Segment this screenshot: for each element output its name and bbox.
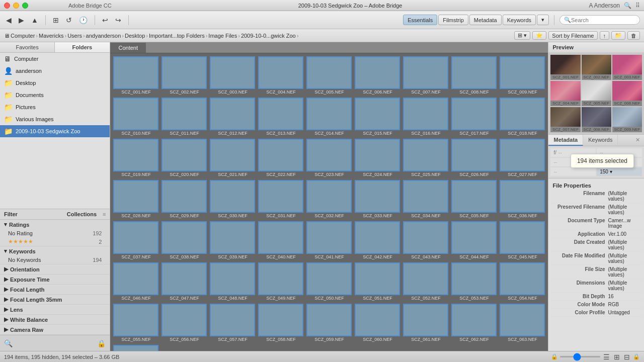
thumbnail-item[interactable]: SCZ_001.NEF (112, 55, 159, 96)
up-button[interactable]: ▲ (29, 15, 40, 25)
sidebar-lock-icon[interactable]: 🔒 (97, 339, 106, 347)
thumbnail-item[interactable]: SCZ_048.NEF (209, 261, 256, 302)
thumbnail-item[interactable]: SCZ_044.NEF (450, 220, 498, 260)
thumbnail-item[interactable]: SCZ_049.NEF (257, 261, 304, 302)
sort-btn[interactable]: Sort by Filename (548, 31, 597, 40)
thumbnail-item[interactable]: SCZ_022.NEF (257, 138, 304, 178)
thumbnail-item[interactable]: SCZ_007.NEF (402, 55, 449, 96)
thumbnail-item[interactable]: SCZ_033.NEF (354, 179, 401, 219)
thumbnail-item[interactable]: SCZ_051.NEF (354, 261, 401, 302)
workspace-keywords[interactable]: Keywords (503, 15, 536, 25)
grid-view-btn[interactable]: ⊞ ▾ (514, 31, 530, 40)
preview-thumb-item[interactable]: SCZ_004.NEF (550, 81, 580, 106)
thumbnail-view-btn[interactable]: ⊞ (51, 15, 61, 25)
preview-thumb-item[interactable]: SCZ_005.NEF (582, 81, 611, 106)
thumbnail-item[interactable]: SCZ_032.NEF (305, 179, 353, 219)
redo-btn[interactable]: ↪ (113, 15, 123, 25)
thumbnail-item[interactable]: SCZ_030.NEF (209, 179, 256, 219)
breadcrumb-computer[interactable]: Computer (11, 33, 35, 39)
thumbnail-item[interactable]: SCZ_039.NEF (209, 220, 256, 260)
thumbnail-item[interactable]: SCZ_015.NEF (354, 97, 401, 137)
filter-menu-btn[interactable]: ≡ (103, 211, 106, 217)
sidebar-item-desktop[interactable]: 📁 Desktop (0, 77, 110, 89)
thumbnail-item[interactable]: SCZ_024.NEF (354, 138, 401, 178)
thumbnail-item[interactable]: SCZ_046.NEF (112, 261, 159, 302)
thumbnail-item[interactable]: SCZ_010.NEF (112, 97, 159, 137)
thumbnail-item[interactable]: SCZ_017.NEF (450, 97, 498, 137)
filter-item-no-rating[interactable]: No Rating 192 (0, 229, 110, 237)
filter-item-no-keywords[interactable]: No Keywords 194 (0, 256, 110, 264)
thumbnail-item[interactable]: SCZ_006.NEF (354, 55, 401, 96)
thumbnail-item[interactable]: SCZ_035.NEF (450, 179, 498, 219)
tab-folders[interactable]: Folders (55, 42, 110, 52)
thumbnail-item[interactable]: SCZ_034.NEF (402, 179, 449, 219)
sidebar-filter-icon[interactable]: 🔍 (4, 339, 13, 347)
maximize-button[interactable] (22, 3, 28, 9)
thumbnail-item[interactable]: SCZ_052.NEF (402, 261, 449, 302)
thumbnail-item[interactable]: SCZ_020.NEF (160, 138, 208, 178)
sidebar-item-various[interactable]: 📁 Various Images (0, 113, 110, 125)
sort-dir-btn[interactable]: ↑ (600, 31, 610, 40)
filter-orientation-header[interactable]: ▶ Orientation (0, 264, 110, 274)
thumbnail-item[interactable]: SCZ_061.NEF (402, 303, 449, 343)
preview-thumb-item[interactable]: SCZ_006.NEF (612, 81, 642, 106)
sidebar-item-aanderson[interactable]: 👤 aanderson (0, 65, 110, 77)
thumbnail-item[interactable]: SCZ_003.NEF (209, 55, 256, 96)
filter-group-ratings-header[interactable]: ▾ Ratings (0, 220, 110, 229)
workspace-filmstrip[interactable]: Filmstrip (438, 15, 468, 25)
sidebar-item-computer[interactable]: 🖥 Computer (0, 53, 110, 65)
filter-lens-header[interactable]: ▶ Lens (0, 305, 110, 314)
search-box[interactable]: 🔍 (559, 15, 640, 25)
thumbnail-item[interactable]: SCZ_050.NEF (305, 261, 353, 302)
exif-focal-value[interactable]: 150 ▾ (597, 167, 642, 176)
filter-wb-header[interactable]: ▶ White Balance (0, 315, 110, 324)
forward-button[interactable]: ▶ (17, 15, 26, 25)
thumbnail-item[interactable]: SCZ_064.NEF (112, 344, 159, 351)
sidebar-item-documents[interactable]: 📁 Documents (0, 89, 110, 101)
thumbnail-item[interactable]: SCZ_009.NEF (499, 55, 546, 96)
meta-tab-keywords[interactable]: Keywords (583, 135, 618, 146)
zoom-slider[interactable] (560, 356, 600, 357)
view-mode-list[interactable]: ☰ (602, 353, 611, 361)
back-button[interactable]: ◀ (4, 15, 14, 25)
thumbnail-item[interactable]: SCZ_002.NEF (160, 55, 208, 96)
sidebar-item-pictures[interactable]: 📁 Pictures (0, 101, 110, 113)
status-lock-icon[interactable]: 🔒 (551, 353, 558, 360)
preview-thumb-item[interactable]: SCZ_007.NEF (550, 107, 580, 132)
workspace-metadata[interactable]: Metadata (469, 15, 502, 25)
open-recent-btn[interactable]: 🕐 (77, 15, 90, 25)
workspace-essentials[interactable]: Essentials (403, 15, 437, 25)
delete-btn[interactable]: 🗑 (627, 31, 640, 40)
thumbnail-item[interactable]: SCZ_063.NEF (499, 303, 546, 343)
sidebar-item-zoo[interactable]: 📁 2009-10-03 Sedgwick Zoo (0, 125, 110, 137)
breadcrumb-users[interactable]: Users (67, 33, 82, 39)
thumbnail-item[interactable]: SCZ_043.NEF (402, 220, 449, 260)
preview-thumb-item[interactable]: SCZ_001.NEF (550, 55, 580, 80)
thumbnail-item[interactable]: SCZ_036.NEF (499, 179, 546, 219)
breadcrumb-important[interactable]: Important...top Folders (149, 33, 205, 39)
search-icon[interactable]: 🔍 (624, 2, 631, 9)
breadcrumb-zoo[interactable]: 2009-10-0...gwick Zoo (241, 33, 296, 39)
thumbnail-item[interactable]: SCZ_021.NEF (209, 138, 256, 178)
preview-thumb-item[interactable]: SCZ_003.NEF (612, 55, 642, 80)
filter-group-keywords-header[interactable]: ▾ Keywords (0, 246, 110, 256)
thumbnail-item[interactable]: SCZ_005.NEF (305, 55, 353, 96)
filter-focal-header[interactable]: ▶ Focal Length (0, 285, 110, 294)
collections-label[interactable]: Collections (63, 211, 101, 217)
thumbnail-item[interactable]: SCZ_004.NEF (257, 55, 304, 96)
breadcrumb-desktop[interactable]: Desktop (125, 33, 145, 39)
filter-exposure-header[interactable]: ▶ Exposure Time (0, 275, 110, 284)
filter-focal35-header[interactable]: ▶ Focal Length 35mm (0, 295, 110, 304)
thumbnail-item[interactable]: SCZ_012.NEF (209, 97, 256, 137)
preview-thumb-item[interactable]: SCZ_002.NEF (582, 55, 611, 80)
rotate-left-btn[interactable]: ↺ (64, 15, 74, 25)
filter-btn[interactable]: ⭐ (532, 31, 546, 40)
thumbnail-item[interactable]: SCZ_058.NEF (257, 303, 304, 343)
new-folder-btn[interactable]: 📁 (611, 31, 625, 40)
preview-thumb-item[interactable]: SCZ_008.NEF (582, 107, 611, 132)
tab-content[interactable]: Content (110, 42, 146, 53)
filter-item-5star[interactable]: ★★★★★ 2 (0, 237, 110, 246)
status-right-icon[interactable]: 🔒 (633, 353, 640, 360)
thumbnail-item[interactable]: SCZ_008.NEF (450, 55, 498, 96)
thumbnail-item[interactable]: SCZ_016.NEF (402, 97, 449, 137)
